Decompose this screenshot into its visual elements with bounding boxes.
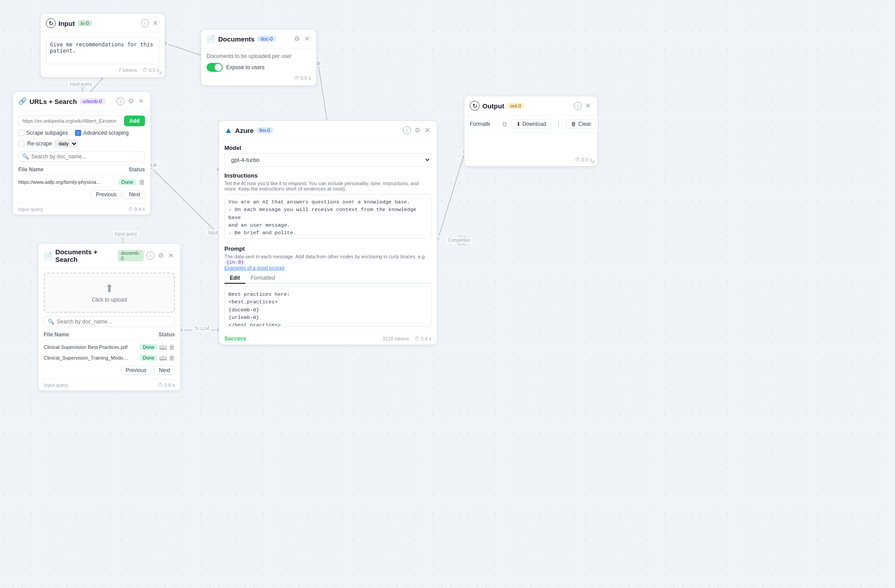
urls-link-icon: 🔗 bbox=[18, 97, 27, 105]
output-content bbox=[464, 133, 597, 155]
output-node: ↻ Output out-0 i ✕ Formatted ⧉ ⬇ Downloa… bbox=[464, 96, 598, 166]
input-node-title: Input bbox=[58, 20, 75, 27]
input-label: Input bbox=[206, 230, 220, 236]
urls-row-delete-icon[interactable]: 🗑 bbox=[139, 178, 145, 186]
docs-next-btn[interactable]: Next bbox=[154, 366, 175, 375]
docs-search-info-btn[interactable]: i bbox=[146, 252, 154, 260]
rescrape-checkbox[interactable] bbox=[18, 141, 25, 147]
docs-search-footer-label: Input query bbox=[44, 382, 68, 388]
add-url-btn[interactable]: Add bbox=[124, 116, 145, 126]
advanced-scraping-check[interactable]: ✓ Advanced scraping bbox=[75, 130, 128, 136]
documents-file-icon: 📄 bbox=[207, 35, 215, 43]
output-close-btn[interactable]: ✕ bbox=[584, 101, 592, 111]
docs-row-1-name: Clinical Supervision Best Practices.pdf bbox=[44, 344, 128, 350]
output-toolbar: Formatted ⧉ ⬇ Download ⋮ 🗑 Clear bbox=[464, 116, 597, 133]
prompt-desc: The data sent in each message. Add data … bbox=[224, 254, 431, 270]
urls-search-input[interactable] bbox=[31, 153, 141, 160]
documents-desc: Documents to be uploaded per user bbox=[207, 53, 311, 59]
tab-edit-btn[interactable]: Edit bbox=[224, 273, 245, 284]
expose-toggle[interactable] bbox=[207, 63, 223, 72]
instructions-desc: Tell the AI how you'd like it to respond… bbox=[224, 181, 431, 191]
azure-tokens: 3228 tokens bbox=[382, 336, 409, 341]
documents-close-btn[interactable]: ✕ bbox=[303, 34, 311, 44]
instructions-title: Instructions bbox=[224, 172, 431, 179]
azure-info-btn[interactable]: i bbox=[403, 126, 411, 134]
svg-line-5 bbox=[438, 152, 465, 239]
urls-row-status: Done bbox=[118, 179, 136, 185]
upload-text: Click to upload bbox=[92, 297, 127, 303]
azure-footer: Success 3228 tokens ⏱ 5.4 s bbox=[219, 332, 437, 344]
expose-label: Expose to users bbox=[226, 64, 265, 70]
documents-node-title: Documents bbox=[218, 35, 255, 43]
urls-col-filename: File Name bbox=[18, 166, 44, 173]
docs-row-1-book-icon[interactable]: 📖 bbox=[159, 344, 167, 351]
completion-label: Completion bbox=[446, 237, 472, 243]
output-node-title: Output bbox=[482, 102, 504, 110]
output-resize-handle[interactable]: ◢ bbox=[591, 158, 595, 163]
docs-row-2-status: Done bbox=[140, 355, 157, 361]
docs-row-2-delete-icon[interactable]: 🗑 bbox=[169, 354, 175, 361]
docs-search-input[interactable] bbox=[57, 319, 171, 325]
model-select[interactable]: gpt-4-turbo bbox=[224, 153, 431, 167]
urls-info-btn[interactable]: i bbox=[116, 97, 124, 105]
input-time: ⏱ 0.0 s bbox=[142, 67, 159, 73]
docs-row-1-delete-icon[interactable]: 🗑 bbox=[169, 344, 175, 351]
urls-search-icon: 🔍 bbox=[22, 153, 29, 160]
input-node-badge: in-0 bbox=[78, 20, 92, 26]
urls-next-btn[interactable]: Next bbox=[124, 190, 145, 199]
documents-gear-btn[interactable]: ⚙ bbox=[293, 34, 301, 44]
docs-row-1-status: Done bbox=[140, 344, 157, 350]
url-input[interactable] bbox=[18, 116, 121, 126]
model-label: Model bbox=[224, 145, 431, 151]
output-node-icon: ↻ bbox=[470, 101, 480, 111]
prompt-title: Prompt bbox=[224, 245, 431, 252]
documents-node: 📄 Documents doc-0 ⚙ ✕ Documents to be up… bbox=[201, 29, 317, 86]
urls-node-title: URLs + Search bbox=[29, 98, 77, 105]
prompt-textarea[interactable]: Best practices here: <best_practices> {d… bbox=[224, 286, 431, 327]
input-close-btn[interactable]: ✕ bbox=[152, 18, 159, 28]
prompt-link[interactable]: Examples of a good prompt bbox=[224, 265, 285, 270]
clear-btn[interactable]: 🗑 Clear bbox=[566, 119, 596, 129]
input-info-btn[interactable]: i bbox=[141, 19, 149, 27]
docs-prev-btn[interactable]: Previous bbox=[121, 366, 152, 375]
docs-col-status: Status bbox=[158, 331, 175, 338]
rescrape-select[interactable]: daily bbox=[54, 140, 78, 148]
urls-row-name: https://www.aafp.org/family-physician/pa… bbox=[18, 179, 103, 185]
documents-time: ⏱ 0.0 s bbox=[294, 75, 311, 81]
instructions-textarea[interactable]: You are an AI that answers questions ove… bbox=[224, 194, 431, 239]
urls-gear-btn[interactable]: ⚙ bbox=[127, 96, 135, 106]
download-btn[interactable]: ⬇ Download bbox=[511, 119, 551, 129]
more-options-btn[interactable]: ⋮ bbox=[555, 120, 563, 128]
urls-table-row: https://www.aafp.org/family-physician/pa… bbox=[18, 177, 145, 187]
input-query-label-1: Input query bbox=[68, 81, 94, 87]
upload-cloud-icon: ⬆ bbox=[105, 282, 114, 295]
advanced-scraping-checkbox[interactable]: ✓ bbox=[75, 130, 81, 136]
docs-row-2-name: Clinical_Supervision_Training_Module_J..… bbox=[44, 355, 128, 360]
azure-logo-icon: ▲ bbox=[224, 126, 232, 135]
azure-node-badge: llm-0 bbox=[257, 127, 273, 133]
upload-area[interactable]: ⬆ Click to upload bbox=[44, 273, 175, 313]
input-node: ↻ Input in-0 i ✕ Give me recommendations… bbox=[40, 13, 165, 78]
to-llm-label-2: To LLM bbox=[193, 326, 211, 331]
docs-search-icon: 🔍 bbox=[48, 319, 54, 325]
docs-col-filename: File Name bbox=[44, 331, 69, 338]
urls-footer-label: Input query bbox=[18, 207, 43, 212]
azure-close-btn[interactable]: ✕ bbox=[424, 125, 431, 135]
scrape-subpages-check[interactable]: Scrape subpages bbox=[18, 130, 68, 136]
docs-search-close-btn[interactable]: ✕ bbox=[167, 251, 175, 261]
docs-row-2-book-icon[interactable]: 📖 bbox=[159, 354, 167, 361]
copy-btn[interactable]: ⧉ bbox=[501, 120, 508, 129]
output-info-btn[interactable]: i bbox=[574, 102, 582, 110]
azure-gear-btn[interactable]: ⚙ bbox=[414, 125, 421, 135]
input-textarea[interactable]: Give me recommendations for this patient… bbox=[46, 37, 159, 64]
output-time: ⏱ 0.0 s bbox=[575, 157, 592, 162]
scrape-subpages-checkbox[interactable] bbox=[18, 130, 25, 136]
clear-icon: 🗑 bbox=[571, 121, 576, 127]
resize-handle[interactable]: ◢ bbox=[158, 70, 162, 75]
docs-search-gear-btn[interactable]: ⚙ bbox=[157, 251, 165, 261]
docs-search-file-icon: 📄 bbox=[44, 252, 53, 260]
output-node-badge: out-0 bbox=[507, 103, 524, 109]
urls-close-btn[interactable]: ✕ bbox=[137, 96, 145, 106]
urls-prev-btn[interactable]: Previous bbox=[91, 190, 122, 199]
tab-formatted-btn[interactable]: Formatted bbox=[245, 273, 281, 284]
